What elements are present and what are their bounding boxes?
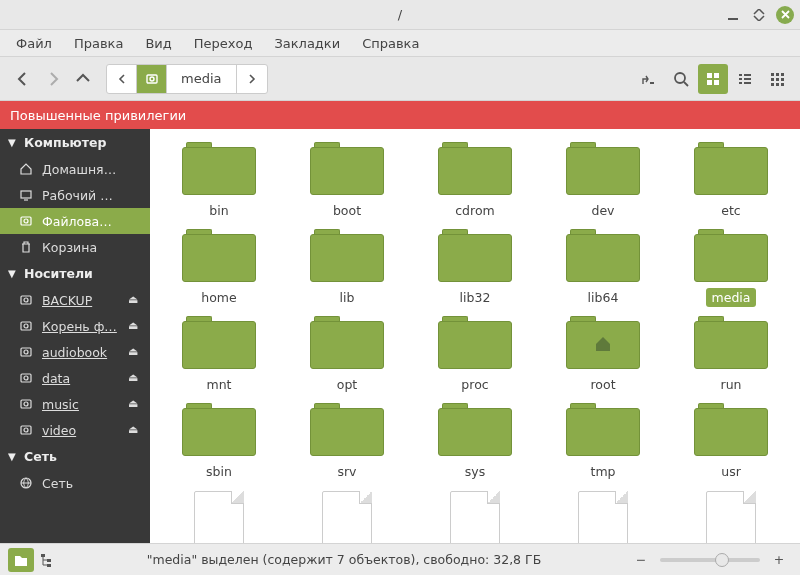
folder-dev[interactable]: dev [544,141,662,222]
path-history-left-icon[interactable] [107,65,137,93]
svg-rect-9 [714,80,719,85]
path-history-right-icon[interactable] [237,65,267,93]
sidebar-item-network[interactable]: Сеть [0,470,150,496]
folder-mnt[interactable]: mnt [160,315,278,396]
svg-rect-31 [21,322,31,330]
menu-bookmarks[interactable]: Закладки [264,32,350,55]
drive-icon [18,370,34,386]
open-terminal-button[interactable] [634,64,664,94]
sidebar: ▼ Компьютер Домашня… Рабочий … Файлова… … [0,129,150,543]
menu-go[interactable]: Переход [184,32,263,55]
sidebar-item-desktop[interactable]: Рабочий … [0,182,150,208]
file-item[interactable] [672,489,790,543]
sidebar-item-data[interactable]: data ⏏ [0,365,150,391]
compact-view-button[interactable] [762,64,792,94]
menu-edit[interactable]: Правка [64,32,133,55]
folder-sys[interactable]: sys [416,402,534,483]
svg-rect-0 [728,18,738,20]
svg-point-40 [24,428,28,432]
file-item[interactable] [416,489,534,543]
sidebar-item-filesystem[interactable]: Файлова… [0,208,150,234]
sidebar-item-backup[interactable]: BACKUP ⏏ [0,287,150,313]
svg-rect-1 [147,75,157,83]
svg-rect-35 [21,374,31,382]
folder-icon [566,404,640,456]
path-root-button[interactable] [137,65,167,93]
svg-rect-42 [41,554,45,557]
eject-icon[interactable]: ⏏ [128,423,142,437]
list-view-button[interactable] [730,64,760,94]
folder-lib32[interactable]: lib32 [416,228,534,309]
show-tree-button[interactable] [34,548,60,572]
minimize-button[interactable] [724,6,742,24]
forward-button[interactable] [38,64,68,94]
sidebar-item-label: music [42,397,120,412]
folder-label: home [195,288,242,307]
folder-tmp[interactable]: tmp [544,402,662,483]
folder-usr[interactable]: usr [672,402,790,483]
zoom-out-button[interactable]: − [628,548,654,572]
sidebar-item-label: audiobook [42,345,120,360]
home-icon [592,332,614,354]
sidebar-item-label: Сеть [42,476,142,491]
file-item[interactable] [288,489,406,543]
sidebar-item-music[interactable]: music ⏏ [0,391,150,417]
file-item[interactable] [160,489,278,543]
zoom-thumb[interactable] [715,553,729,567]
folder-cdrom[interactable]: cdrom [416,141,534,222]
svg-rect-37 [21,400,31,408]
chevron-down-icon: ▼ [8,451,18,462]
folder-media[interactable]: media [672,228,790,309]
folder-etc[interactable]: etc [672,141,790,222]
svg-rect-21 [781,78,784,81]
folder-boot[interactable]: boot [288,141,406,222]
path-segment-media[interactable]: media [167,65,237,93]
show-places-button[interactable] [8,548,34,572]
folder-sbin[interactable]: sbin [160,402,278,483]
menu-help[interactable]: Справка [352,32,429,55]
file-icon [706,491,756,543]
sidebar-cat-label: Компьютер [24,135,106,150]
eject-icon[interactable]: ⏏ [128,397,142,411]
sidebar-item-trash[interactable]: Корзина [0,234,150,260]
folder-proc[interactable]: proc [416,315,534,396]
sidebar-cat-media[interactable]: ▼ Носители [0,260,150,287]
eject-icon[interactable]: ⏏ [128,371,142,385]
folder-lib64[interactable]: lib64 [544,228,662,309]
up-button[interactable] [68,64,98,94]
maximize-button[interactable] [750,6,768,24]
sidebar-cat-network[interactable]: ▼ Сеть [0,443,150,470]
folder-bin[interactable]: bin [160,141,278,222]
file-item[interactable] [544,489,662,543]
folder-root[interactable]: root [544,315,662,396]
folder-home[interactable]: home [160,228,278,309]
back-button[interactable] [8,64,38,94]
folder-lib[interactable]: lib [288,228,406,309]
svg-rect-23 [776,83,779,86]
eject-icon[interactable]: ⏏ [128,319,142,333]
folder-label: tmp [584,462,621,481]
eject-icon[interactable]: ⏏ [128,345,142,359]
folder-icon [566,143,640,195]
menu-file[interactable]: Файл [6,32,62,55]
sidebar-item-audiobook[interactable]: audiobook ⏏ [0,339,150,365]
folder-run[interactable]: run [672,315,790,396]
menu-view[interactable]: Вид [135,32,181,55]
close-button[interactable] [776,6,794,24]
icon-view-button[interactable] [698,64,728,94]
sidebar-item-video[interactable]: video ⏏ [0,417,150,443]
folder-srv[interactable]: srv [288,402,406,483]
folder-icon [310,230,384,282]
svg-rect-39 [21,426,31,434]
folder-view[interactable]: bin boot cdrom dev etc home lib lib32 li… [150,129,800,543]
sidebar-item-home[interactable]: Домашня… [0,156,150,182]
zoom-in-button[interactable]: + [766,548,792,572]
search-button[interactable] [666,64,696,94]
zoom-slider[interactable] [660,558,760,562]
sidebar-cat-computer[interactable]: ▼ Компьютер [0,129,150,156]
titlebar: / [0,0,800,30]
sidebar-item-rootfs[interactable]: Корень ф… ⏏ [0,313,150,339]
folder-icon [310,404,384,456]
eject-icon[interactable]: ⏏ [128,293,142,307]
folder-opt[interactable]: opt [288,315,406,396]
